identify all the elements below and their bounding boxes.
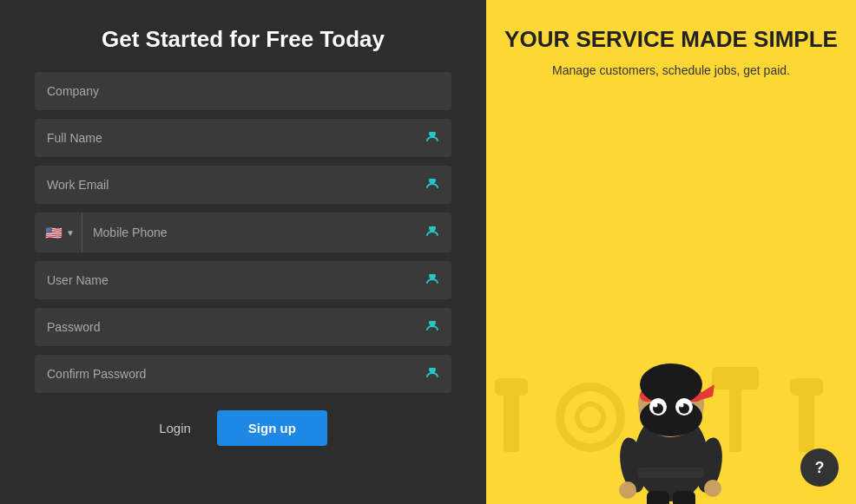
full-name-field-wrapper (35, 119, 451, 157)
left-panel: Get Started for Free Today (0, 0, 486, 504)
page-title: Get Started for Free Today (102, 26, 385, 53)
svg-point-12 (640, 363, 702, 405)
username-field-wrapper (35, 261, 451, 299)
svg-rect-1 (495, 378, 528, 396)
help-button[interactable]: ? (800, 448, 839, 487)
ninja-illustration (602, 322, 741, 504)
company-field-wrapper (35, 72, 451, 110)
flag-icon: 🇺🇸 (45, 225, 63, 241)
work-email-input[interactable] (35, 166, 451, 204)
mobile-phone-input[interactable] (82, 213, 417, 252)
svg-rect-23 (638, 468, 704, 478)
right-title: YOUR SERVICE MADE SIMPLE (504, 26, 838, 53)
svg-rect-25 (673, 491, 695, 504)
action-row: Login Sign up (35, 410, 451, 446)
signup-button[interactable]: Sign up (217, 410, 327, 446)
svg-rect-5 (790, 378, 823, 396)
company-input[interactable] (35, 72, 451, 110)
flag-chevron-icon: ▼ (66, 228, 75, 238)
svg-point-3 (577, 404, 603, 430)
full-name-input[interactable] (35, 119, 451, 157)
svg-rect-24 (647, 491, 669, 504)
confirm-password-field-wrapper (35, 355, 451, 393)
password-field-wrapper (35, 308, 451, 346)
signup-form: 🇺🇸 ▼ (35, 72, 451, 446)
svg-point-18 (680, 403, 684, 408)
svg-point-22 (704, 480, 721, 497)
svg-point-17 (654, 403, 658, 408)
right-panel: YOUR SERVICE MADE SIMPLE Manage customer… (486, 0, 856, 504)
password-input[interactable] (35, 308, 451, 346)
right-subtitle: Manage customers, schedule jobs, get pai… (552, 63, 790, 77)
work-email-field-wrapper (35, 166, 451, 204)
username-input[interactable] (35, 261, 451, 299)
svg-point-21 (619, 481, 636, 499)
country-selector[interactable]: 🇺🇸 ▼ (35, 213, 82, 252)
login-button[interactable]: Login (159, 421, 191, 435)
confirm-password-input[interactable] (35, 355, 451, 393)
mobile-phone-field-wrapper: 🇺🇸 ▼ (35, 213, 451, 252)
